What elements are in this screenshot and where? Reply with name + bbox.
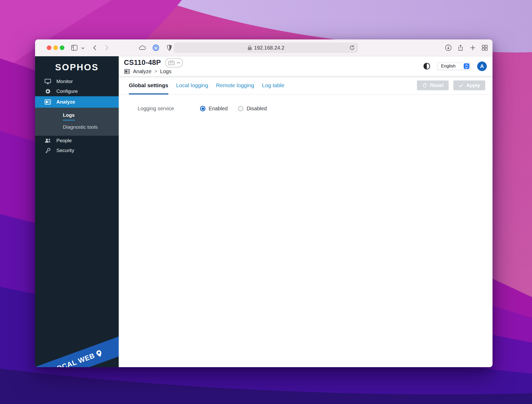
sidebar-subitem-diagnostic-tools[interactable]: Diagnostic tools [35,122,119,132]
analyze-submenu: Logs Diagnostic tools [35,108,119,136]
sidebar-item-security[interactable]: Security [35,146,119,155]
lock-icon [248,45,252,50]
radio-disabled[interactable] [238,106,243,111]
sidebar-item-analyze[interactable]: Analyze [35,96,119,108]
radio-enabled[interactable] [200,106,205,111]
tab-local-logging[interactable]: Local logging [176,76,208,94]
logging-service-row: Logging service Enabled Disabled [138,106,482,112]
back-icon[interactable] [92,44,98,51]
breadcrumb-analyze-icon [124,69,130,74]
check-icon [458,83,464,88]
tab-global-settings[interactable]: Global settings [129,76,168,94]
minimize-window-button[interactable] [53,45,58,50]
local-web-ribbon: LOCAL WEB [35,334,119,367]
page-header: CS110-48P [119,56,493,76]
sophos-sidebar: SOPHOS Monitor Con [35,56,119,367]
onepassword-icon[interactable] [152,44,159,51]
avatar-initial: A [480,63,484,69]
tab-actions: Reset Apply [417,80,485,90]
analyze-icon [44,99,52,105]
privacy-shield-icon[interactable] [166,44,173,51]
apply-button[interactable]: Apply [453,80,485,90]
monitor-icon [44,78,52,85]
device-name: CS110-48P [124,59,161,67]
reset-button[interactable]: Reset [417,80,449,90]
chevron-up-icon [177,62,180,64]
logs-active-underline [63,120,75,121]
radio-disabled-label: Disabled [247,106,267,112]
sidebar-item-label: People [56,138,72,143]
refresh-icon [422,83,427,88]
tab-overview-icon[interactable] [481,44,488,51]
sidebar-menu: Monitor Configure [35,77,119,155]
sidebar-item-configure[interactable]: Configure [35,86,119,96]
switch-device-icon [168,60,176,65]
chevron-down-icon[interactable] [81,46,85,50]
sidebar-toggle-icon[interactable] [71,44,78,51]
local-web-label: LOCAL WEB [51,352,96,367]
breadcrumb-section[interactable]: Analyze [133,69,151,74]
breadcrumb: Analyze > Logs [124,69,183,74]
language-value: English [441,64,456,69]
sidebar-item-label: Configure [56,88,78,94]
gear-icon [44,88,52,94]
close-window-button[interactable] [47,45,51,50]
reload-icon[interactable] [349,45,355,51]
logging-enabled-option[interactable]: Enabled [200,106,228,112]
sidebar-subitem-logs[interactable]: Logs [35,110,119,119]
page-header-right: English A [423,61,487,71]
logging-service-label: Logging service [138,106,200,112]
select-stepper-icon [464,63,469,69]
user-avatar[interactable]: A [477,61,487,71]
global-settings-panel: Logging service Enabled Disabled [119,95,493,367]
language-select[interactable]: English [437,63,470,70]
sophos-logo: SOPHOS [35,62,119,72]
icloud-icon[interactable] [138,44,146,51]
sidebar-item-people[interactable]: People [35,136,119,146]
browser-titlebar: 192.168.24.2 [35,39,493,56]
people-icon [44,138,52,144]
logging-disabled-option[interactable]: Disabled [238,106,267,112]
address-bar[interactable]: 192.168.24.2 [174,43,358,53]
key-icon [44,147,52,154]
safari-window: 192.168.24.2 [35,39,493,367]
map-pin-icon [95,349,103,358]
sidebar-item-label: Analyze [56,99,75,105]
new-tab-icon[interactable] [469,44,476,51]
zoom-window-button[interactable] [60,45,64,50]
forward-icon[interactable] [103,44,110,51]
page-header-left: CS110-48P [124,58,183,74]
tab-remote-logging[interactable]: Remote logging [216,76,254,94]
sidebar-item-monitor[interactable]: Monitor [35,77,119,86]
breadcrumb-separator: > [154,69,157,74]
content-area: CS110-48P [119,56,493,367]
downloads-icon[interactable] [445,44,452,51]
tabs: Global settings Local logging Remote log… [129,76,284,94]
theme-contrast-toggle-icon[interactable] [423,63,430,70]
window-main: SOPHOS Monitor Con [35,56,493,367]
breadcrumb-page: Logs [160,69,171,74]
radio-enabled-label: Enabled [209,106,228,112]
url-text: 192.168.24.2 [254,45,284,51]
device-selector-button[interactable] [165,58,183,67]
tab-log-table[interactable]: Log table [262,76,284,94]
sidebar-item-label: Security [56,148,74,153]
share-icon[interactable] [457,44,464,51]
settings-tabbar: Global settings Local logging Remote log… [119,76,493,95]
sidebar-item-label: Monitor [56,79,73,84]
